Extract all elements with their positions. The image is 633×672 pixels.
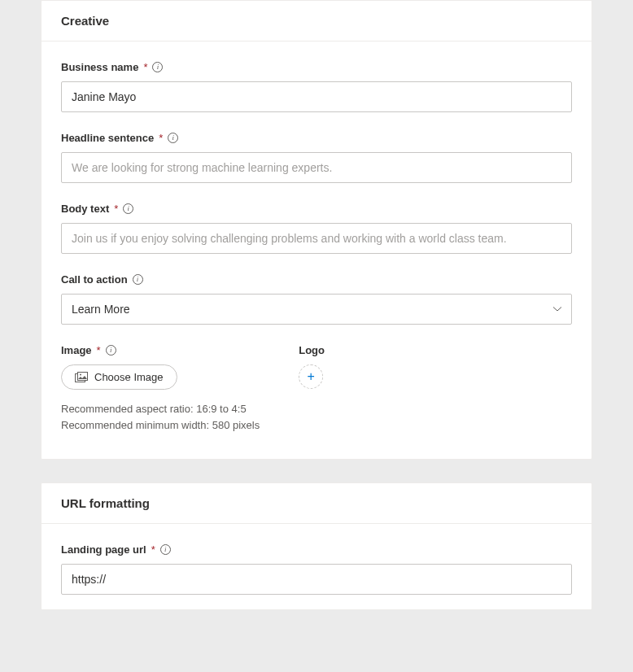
image-label-row: Image * i [61, 344, 260, 356]
headline-label: Headline sentence [61, 132, 154, 144]
headline-input[interactable] [61, 152, 572, 183]
creative-card-body: Business name * i Headline sentence * i … [41, 41, 592, 459]
creative-card-header: Creative [41, 1, 592, 41]
url-formatting-body: Landing page url * i [41, 524, 592, 609]
image-helper-line1: Recommended aspect ratio: 16:9 to 4:5 [61, 401, 260, 417]
landing-page-field: Landing page url * i [61, 543, 572, 595]
image-icon [75, 372, 88, 383]
creative-title: Creative [61, 14, 109, 28]
image-label: Image [61, 344, 92, 356]
landing-page-label-row: Landing page url * i [61, 543, 572, 556]
body-text-field: Body text * i [61, 203, 572, 254]
info-icon[interactable]: i [106, 345, 116, 356]
info-icon[interactable]: i [133, 274, 143, 285]
business-name-label: Business name [61, 61, 138, 73]
headline-label-row: Headline sentence * i [61, 132, 572, 144]
required-asterisk: * [151, 543, 155, 556]
body-text-label: Body text [61, 203, 109, 215]
body-text-label-row: Body text * i [61, 203, 572, 215]
body-text-input[interactable] [61, 223, 572, 254]
required-asterisk: * [97, 344, 101, 356]
choose-image-button[interactable]: Choose Image [61, 364, 177, 390]
choose-image-label: Choose Image [94, 371, 164, 383]
logo-label: Logo [299, 344, 325, 356]
business-name-input[interactable] [61, 81, 572, 112]
required-asterisk: * [159, 132, 163, 144]
image-helper-line2: Recommended minimum width: 580 pixels [61, 417, 260, 434]
business-name-field: Business name * i [61, 61, 572, 112]
url-formatting-title: URL formatting [61, 496, 150, 510]
cta-label: Call to action [61, 273, 128, 286]
plus-icon: + [308, 370, 315, 383]
info-icon[interactable]: i [152, 62, 163, 72]
info-icon[interactable]: i [160, 544, 171, 555]
image-col: Image * i Choose Image Recommended aspec… [61, 344, 260, 433]
business-name-label-row: Business name * i [61, 61, 572, 73]
cta-select[interactable]: Learn More [61, 294, 572, 325]
landing-page-input[interactable] [61, 564, 572, 595]
url-formatting-header: URL formatting [41, 483, 592, 524]
add-logo-button[interactable]: + [299, 364, 323, 389]
info-icon[interactable]: i [123, 203, 133, 214]
cta-field: Call to action i Learn More [61, 273, 572, 325]
svg-point-2 [80, 373, 81, 375]
creative-card: Creative Business name * i Headline sent… [41, 0, 592, 460]
logo-col: Logo + [299, 344, 325, 433]
required-asterisk: * [114, 203, 118, 215]
required-asterisk: * [143, 61, 147, 73]
cta-label-row: Call to action i [61, 273, 572, 286]
headline-field: Headline sentence * i [61, 132, 572, 183]
cta-select-wrapper: Learn More [61, 294, 572, 325]
info-icon[interactable]: i [168, 133, 178, 143]
url-formatting-card: URL formatting Landing page url * i [41, 482, 592, 610]
image-helper: Recommended aspect ratio: 16:9 to 4:5 Re… [61, 401, 260, 433]
logo-label-row: Logo [299, 344, 325, 356]
landing-page-label: Landing page url [61, 543, 146, 556]
image-logo-row: Image * i Choose Image Recommended aspec… [61, 344, 572, 433]
